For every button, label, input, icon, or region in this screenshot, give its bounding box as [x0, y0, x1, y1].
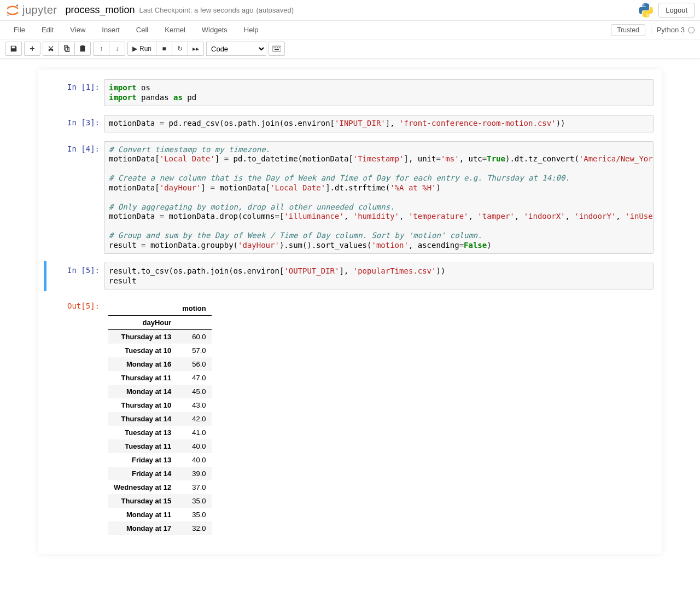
code-content[interactable]: # Convert timestamp to my timezone. moti… [109, 145, 649, 251]
table-row: Monday at 1732.0 [108, 521, 212, 535]
row-index: Tuesday at 10 [108, 344, 177, 357]
table-row: Thursday at 1147.0 [108, 371, 212, 385]
menubar: FileEditViewInsertCellKernelWidgetsHelp … [0, 21, 700, 39]
row-value: 42.0 [177, 412, 211, 426]
menu-insert[interactable]: Insert [94, 21, 128, 38]
output-cell: Out[5]:motiondayHourThursday at 1360.0Tu… [46, 297, 654, 540]
code-content[interactable]: motionData = pd.read_csv(os.path.join(os… [109, 119, 649, 129]
row-value: 32.0 [177, 521, 211, 535]
autosave-status: (autosaved) [256, 6, 294, 14]
menu-file[interactable]: File [5, 21, 33, 38]
row-index: Monday at 17 [108, 521, 177, 535]
svg-point-0 [16, 4, 18, 6]
paste-icon [79, 45, 86, 53]
svg-rect-5 [277, 48, 278, 49]
code-cell[interactable]: In [1]:import os import pandas as pd [46, 78, 654, 108]
table-row: Tuesday at 1341.0 [108, 426, 212, 439]
header: jupyter process_motion Last Checkpoint: … [0, 0, 700, 21]
kernel-status-icon [688, 27, 695, 33]
row-index: Monday at 16 [108, 357, 177, 371]
cell-type-select[interactable]: Code [206, 42, 266, 56]
row-value: 35.0 [177, 508, 211, 521]
output-prompt: Out[5]: [46, 298, 104, 538]
arrow-down-icon: ↓ [115, 45, 119, 53]
table-row: Monday at 1135.0 [108, 508, 212, 521]
checkpoint-status: Last Checkpoint: a few seconds ago [139, 6, 254, 14]
row-value: 39.0 [177, 467, 211, 480]
code-cell[interactable]: In [4]:# Convert timestamp to my timezon… [46, 140, 654, 256]
row-value: 43.0 [177, 398, 211, 412]
menu-help[interactable]: Help [236, 21, 267, 38]
copy-button[interactable] [59, 42, 75, 56]
restart-icon: ↻ [177, 45, 183, 53]
row-value: 45.0 [177, 385, 211, 398]
row-value: 57.0 [177, 344, 211, 357]
kernel-indicator[interactable]: Python 3 [651, 26, 695, 34]
copy-icon [63, 45, 71, 53]
jupyter-icon [5, 3, 20, 18]
column-header: motion [177, 302, 211, 316]
row-value: 40.0 [177, 439, 211, 453]
table-row: Monday at 1445.0 [108, 385, 212, 398]
stop-icon: ■ [162, 45, 166, 53]
jupyter-logo[interactable]: jupyter [5, 3, 57, 18]
menu-kernel[interactable]: Kernel [156, 21, 194, 38]
row-index: Thursday at 10 [108, 398, 177, 412]
paste-button[interactable] [74, 42, 91, 56]
move-down-button[interactable]: ↓ [109, 42, 125, 56]
table-row: Tuesday at 1140.0 [108, 439, 212, 453]
row-value: 35.0 [177, 494, 211, 508]
output-area: motiondayHourThursday at 1360.0Tuesday a… [104, 298, 654, 538]
save-button[interactable] [5, 42, 22, 56]
insert-cell-button[interactable]: + [24, 42, 40, 56]
move-up-button[interactable]: ↑ [93, 42, 109, 56]
notebook-container: In [1]:import os import pandas as pdIn [… [38, 69, 662, 554]
restart-run-all-button[interactable]: ▸▸ [188, 42, 204, 56]
notebook-name[interactable]: process_motion [66, 4, 135, 16]
code-cell[interactable]: In [3]:motionData = pd.read_csv(os.path.… [46, 113, 654, 134]
input-area[interactable]: # Convert timestamp to my timezone. moti… [104, 141, 654, 254]
input-prompt: In [5]: [46, 263, 104, 289]
dataframe-table: motiondayHourThursday at 1360.0Tuesday a… [108, 302, 212, 535]
index-name: dayHour [108, 316, 177, 330]
command-palette-button[interactable] [269, 42, 285, 56]
svg-rect-4 [276, 48, 277, 49]
code-content[interactable]: result.to_csv(os.path.join(os.environ['O… [109, 266, 649, 286]
restart-button[interactable]: ↻ [172, 42, 188, 56]
row-value: 60.0 [177, 330, 211, 344]
logout-button[interactable]: Logout [658, 3, 695, 18]
input-prompt: In [1]: [46, 79, 104, 106]
row-index: Thursday at 14 [108, 412, 177, 426]
keyboard-icon [272, 45, 281, 52]
row-value: 47.0 [177, 371, 211, 385]
menu-cell[interactable]: Cell [128, 21, 156, 38]
table-row: Thursday at 1442.0 [108, 412, 212, 426]
code-cell[interactable]: In [5]:result.to_csv(os.path.join(os.env… [44, 261, 654, 291]
menu-widgets[interactable]: Widgets [194, 21, 236, 38]
input-prompt: In [3]: [46, 115, 104, 132]
row-index: Wednesday at 12 [108, 480, 177, 494]
input-area[interactable]: motionData = pd.read_csv(os.path.join(os… [104, 115, 654, 132]
svg-rect-7 [275, 49, 279, 50]
kernel-name-text: Python 3 [657, 26, 685, 34]
menu-view[interactable]: View [62, 21, 94, 38]
input-area[interactable]: import os import pandas as pd [104, 79, 654, 106]
fast-forward-icon: ▸▸ [192, 45, 199, 53]
table-row: Friday at 1340.0 [108, 453, 212, 467]
table-row: Tuesday at 1057.0 [108, 344, 212, 357]
trusted-indicator[interactable]: Trusted [611, 24, 645, 36]
code-content[interactable]: import os import pandas as pd [109, 83, 649, 102]
input-area[interactable]: result.to_csv(os.path.join(os.environ['O… [104, 263, 654, 289]
run-icon: ▶ [132, 45, 137, 53]
table-row: Wednesday at 1237.0 [108, 480, 212, 494]
row-index: Friday at 14 [108, 467, 177, 480]
row-value: 37.0 [177, 480, 211, 494]
menu-edit[interactable]: Edit [33, 21, 62, 38]
cut-button[interactable] [43, 42, 59, 56]
interrupt-button[interactable]: ■ [156, 42, 172, 56]
row-index: Tuesday at 13 [108, 426, 177, 439]
row-index: Friday at 13 [108, 453, 177, 467]
run-button[interactable]: ▶ Run [127, 42, 156, 56]
arrow-up-icon: ↑ [100, 45, 103, 53]
table-row: Thursday at 1360.0 [108, 330, 212, 344]
